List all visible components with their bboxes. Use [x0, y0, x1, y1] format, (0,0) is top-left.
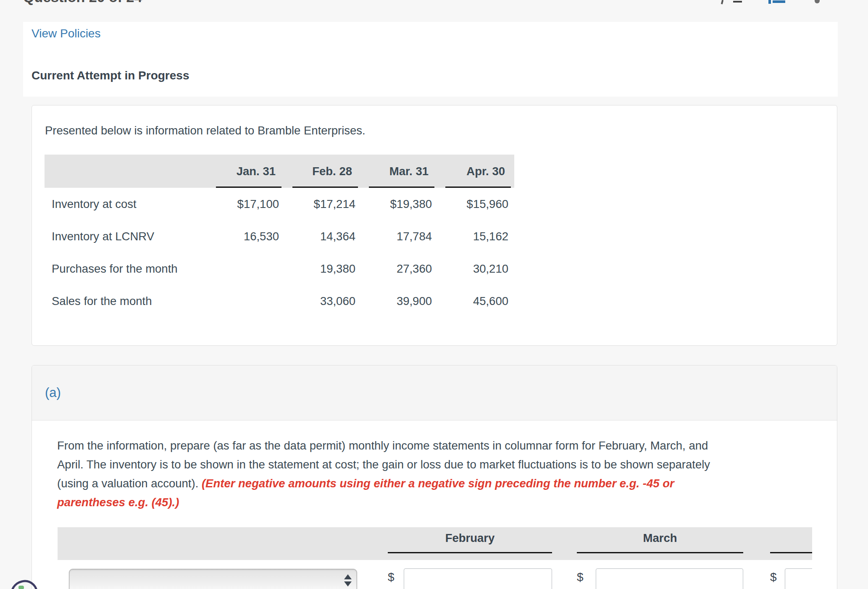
table-row: Inventory at LCNRV 16,530 14,364 17,784 … — [45, 220, 514, 252]
column-underline — [577, 552, 743, 553]
part-a-card: (a) From the information, prepare (as fa… — [32, 365, 837, 589]
row-label: Inventory at LCNRV — [45, 230, 208, 243]
arrow-up-icon — [344, 574, 352, 579]
toolbar-fragment-dash-icon — [733, 1, 742, 3]
question-title-text: Question 20 of 24 — [23, 0, 142, 5]
cell-value: 17,784 — [361, 230, 438, 243]
amount-input-february[interactable] — [404, 568, 552, 589]
cell-value: 14,364 — [285, 230, 361, 243]
answer-col-march: March — [577, 531, 743, 545]
part-a-label: (a) — [45, 385, 61, 400]
clipped-question-title: Question 20 of 24 — [23, 0, 225, 5]
column-underline — [216, 187, 281, 188]
instruction-line: parentheses e.g. (45).) — [57, 493, 822, 512]
part-a-header-band: (a) — [32, 365, 837, 421]
table-row: Inventory at cost $17,100 $17,214 $19,38… — [45, 188, 514, 220]
current-attempt-heading: Current Attempt in Progress — [32, 69, 189, 82]
column-underline — [445, 187, 511, 188]
currency-label-march: $ — [577, 571, 584, 584]
cell-value: $15,960 — [438, 197, 514, 211]
toolbar-fragment-dot-icon — [815, 0, 820, 3]
cell-value: 19,380 — [285, 262, 361, 276]
problem-data-table: Jan. 31 Feb. 28 Mar. 31 Apr. 30 Inventor — [45, 155, 514, 317]
data-table-corner-cell — [45, 155, 208, 188]
table-row: Sales for the month 33,060 39,900 45,600 — [45, 285, 514, 317]
data-table-col-jan: Jan. 31 — [208, 155, 285, 188]
row-label: Sales for the month — [45, 294, 208, 308]
view-policies-link[interactable]: View Policies — [32, 27, 100, 40]
data-table-col-apr: Apr. 30 — [438, 155, 514, 188]
toolbar-fragment-list-bar-icon[interactable] — [773, 0, 785, 3]
currency-label-february: $ — [388, 571, 395, 584]
row-label: Purchases for the month — [45, 262, 208, 276]
instruction-line: (using a valuation account). (Enter nega… — [57, 474, 822, 493]
data-table-col-feb: Feb. 28 — [285, 155, 361, 188]
attempt-panel: View Policies Current Attempt in Progres… — [23, 22, 838, 97]
row-label: Inventory at cost — [45, 197, 208, 211]
answer-table: February March $ $ $ — [32, 525, 812, 589]
column-underline — [369, 187, 434, 188]
amount-input-march[interactable] — [596, 568, 743, 589]
instruction-line: From the information, prepare (as far as… — [57, 436, 822, 455]
cell-value: 27,360 — [361, 262, 438, 276]
arrow-down-icon — [344, 581, 352, 586]
problem-card: Presented below is information related t… — [32, 105, 837, 346]
cell-value: 39,900 — [361, 294, 438, 308]
column-underline — [292, 187, 358, 188]
cell-value: 30,210 — [438, 262, 514, 276]
amount-input-clipped[interactable] — [785, 568, 812, 589]
currency-label-clipped: $ — [770, 571, 777, 584]
column-underline-clipped — [770, 552, 812, 553]
table-row: Purchases for the month 19,380 27,360 30… — [45, 252, 514, 285]
column-underline — [388, 552, 552, 553]
toolbar-fragment-list-icon[interactable] — [768, 0, 771, 4]
question-page: Question 20 of 24 View Policies Current … — [0, 0, 868, 589]
data-table-col-mar: Mar. 31 — [361, 155, 438, 188]
problem-intro-text: Presented below is information related t… — [45, 124, 366, 137]
cell-value: 45,600 — [438, 294, 514, 308]
cell-value: 33,060 — [285, 294, 361, 308]
account-title-select[interactable] — [69, 569, 357, 589]
toolbar-fragment-slash-icon — [721, 0, 723, 4]
part-a-instructions: From the information, prepare (as far as… — [57, 436, 822, 512]
cell-value: $17,214 — [285, 197, 361, 211]
select-spinner-icon[interactable] — [344, 574, 352, 586]
data-table-header-row: Jan. 31 Feb. 28 Mar. 31 Apr. 30 — [45, 155, 514, 188]
cell-value: 15,162 — [438, 230, 514, 243]
answer-col-february: February — [388, 531, 552, 545]
cell-value: $19,380 — [361, 197, 438, 211]
instruction-line: April. The inventory is to be shown in t… — [57, 455, 822, 474]
doodle-green-mark-icon — [18, 586, 24, 589]
cell-value: $17,100 — [208, 197, 285, 211]
cell-value: 16,530 — [208, 230, 285, 243]
